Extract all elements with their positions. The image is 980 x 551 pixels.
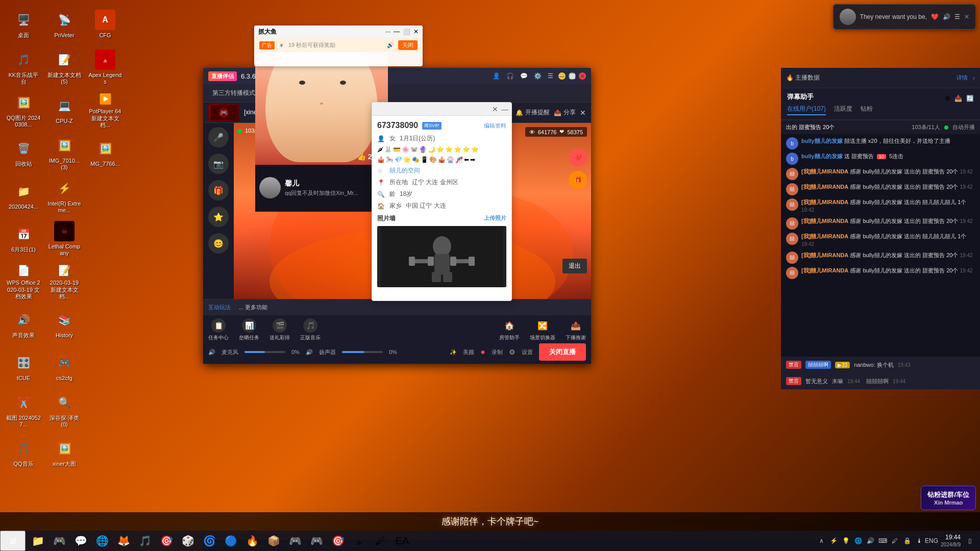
mute-icon[interactable]: 🔊 xyxy=(387,42,394,48)
taskbar-music[interactable]: 🎵 xyxy=(135,531,155,551)
reply-text[interactable]: 来嘛 xyxy=(832,378,843,385)
desktop-icon-jun3[interactable]: 📅 6月3日(1) xyxy=(4,218,43,259)
taskbar-pro[interactable]: 🖊 xyxy=(371,531,391,551)
taskbar-apex-tb[interactable]: ⟁ xyxy=(349,531,370,551)
host-data-btn[interactable]: 🔥 主播数据 xyxy=(786,73,820,82)
stream-close-btn[interactable]: ✕ xyxy=(579,72,586,80)
notif-menu-icon[interactable]: ☰ xyxy=(954,13,960,20)
stream-min-btn[interactable]: — xyxy=(558,72,566,80)
media-more-icon[interactable]: ··· xyxy=(385,28,390,35)
taskbar-file-explorer[interactable]: 📁 xyxy=(28,531,48,551)
taskbar-valorant[interactable]: 🎯 xyxy=(328,531,348,551)
desktop-icon-qq-image[interactable]: 🖼️ QQ图片 20240308... xyxy=(4,90,43,131)
taskbar-app8[interactable]: 🌀 xyxy=(199,531,219,551)
share-btn[interactable]: 📤 分享 xyxy=(554,108,576,117)
taskbar-riot[interactable]: 🎮 xyxy=(285,531,305,551)
notify-btn[interactable]: 🔔 开播提醒 xyxy=(516,108,550,117)
scene-switch-item[interactable]: 🔀 场景切换器 xyxy=(530,318,555,341)
taskbar-ea[interactable]: EA xyxy=(392,531,412,551)
desktop-icon-cfg[interactable]: A CFG xyxy=(86,4,125,45)
gift-icon[interactable]: 🎁 xyxy=(208,180,229,201)
desktop-icon-img7010[interactable]: 🖼️ IMG_7010...(3) xyxy=(45,133,84,173)
interactive-tab[interactable]: 互动玩法 xyxy=(208,304,231,311)
desktop-icon-priver[interactable]: 📡 PriVeter xyxy=(45,4,84,45)
desktop-icon-new-text2[interactable]: 📝 2020-03-19 新建文本文档... xyxy=(45,261,84,302)
show-desktop-btn[interactable]: ▯ xyxy=(965,536,975,546)
desktop-icon-xiner[interactable]: 🖼️ xiner大图 xyxy=(45,433,84,473)
task-center-item[interactable]: 📋 任务中心 xyxy=(208,318,229,341)
download-icon[interactable]: 📥 xyxy=(954,95,962,102)
upc-min-btn[interactable]: — xyxy=(501,105,508,113)
start-button[interactable]: ⊞ xyxy=(0,531,26,551)
tray-up-arrow[interactable]: ∧ xyxy=(816,536,826,546)
badge-block[interactable]: 禁言 xyxy=(786,361,801,369)
desktop-icon-history[interactable]: 📚 History xyxy=(45,304,84,345)
media-min-icon[interactable]: — xyxy=(394,28,400,35)
talent-music-item[interactable]: 🎵 正版音乐 xyxy=(300,318,321,341)
exit-btn[interactable]: 退出 xyxy=(562,259,587,273)
mic-icon[interactable]: 🎤 xyxy=(208,127,229,147)
live-gift-btn[interactable]: 🎁 xyxy=(569,171,587,189)
taskbar-fire-security[interactable]: 🔥 xyxy=(242,531,262,551)
speaker-slider[interactable] xyxy=(342,351,383,353)
daily-tasks-item[interactable]: 📊 垒晒任务 xyxy=(239,318,259,341)
notif-close-icon[interactable]: ✕ xyxy=(964,13,969,20)
taskbar-edge[interactable]: 🔵 xyxy=(220,531,241,551)
ad-close-btn[interactable]: 关闭 xyxy=(398,40,418,50)
desktop-icon-tcue[interactable]: 🎛️ tCUE xyxy=(4,347,43,388)
desktop-icon-new-text[interactable]: 📝 新建文本文档(5) xyxy=(45,47,84,88)
desktop-icon-potplayer[interactable]: ▶️ PotPlayer 64 新建文本文档... xyxy=(86,90,125,131)
refresh-icon[interactable]: 🔄 xyxy=(966,95,974,102)
desktop-icon-recycle[interactable]: 🗑️ 回收站 xyxy=(4,133,43,173)
taskbar-firefox[interactable]: 🦊 xyxy=(113,531,134,551)
rp-details-link[interactable]: 详情 xyxy=(957,74,968,82)
live-heart-btn[interactable]: ❤️ xyxy=(569,148,587,167)
desktop-icon-intel[interactable]: ⚡ Intel(R) Extreme... xyxy=(45,176,84,216)
gift-tips-item[interactable]: 🎬 送礼彩排 xyxy=(270,318,290,341)
desktop-icon-cpu-z[interactable]: 💻 CPU-Z xyxy=(45,90,84,131)
desktop-icon-desktop[interactable]: 🖥️ 桌面 xyxy=(4,4,43,45)
taskbar-steam[interactable]: 🎮 xyxy=(49,531,69,551)
desktop-icon-cs2[interactable]: 🎮 cs2cfg xyxy=(45,347,84,388)
notif-sound-icon[interactable]: 🔊 xyxy=(943,13,950,20)
desktop-icon-qq-music[interactable]: 🎵 QQ音乐 xyxy=(4,433,43,473)
upc-edit-btn[interactable]: 编辑资料 xyxy=(484,122,506,130)
settings-icon-rp[interactable]: ⚙ xyxy=(945,95,950,102)
stream-max-btn[interactable]: ⬜ xyxy=(569,72,576,80)
taskbar-browser[interactable]: 🌐 xyxy=(92,531,112,551)
upload-photo-btn[interactable]: 上传照片 xyxy=(484,214,506,223)
ban-text[interactable]: 囍囍囍啊 xyxy=(866,378,889,385)
desktop-icon-2020[interactable]: 📁 20200424... xyxy=(4,176,43,216)
camera-icon[interactable]: 📷 xyxy=(208,154,229,174)
desktop-icon-snip[interactable]: ✂️ 截图 20240527... xyxy=(4,390,43,431)
desktop-icon-sound[interactable]: 🔊 声音效果 xyxy=(4,304,43,345)
desktop-icon-kk[interactable]: 🎵 KK音乐战平台 xyxy=(4,47,43,88)
upc-close-btn[interactable]: ✕ xyxy=(492,105,498,113)
desktop-icon-wps[interactable]: 📄 WPS Office 2020-03-19 文档效果 xyxy=(4,261,43,302)
badge-block-2[interactable]: 禁言 xyxy=(786,377,801,385)
room-mgmt-item[interactable]: 🏠 房管助手 xyxy=(499,318,520,341)
star-icon[interactable]: ⭐ xyxy=(208,207,229,227)
tab-online[interactable]: 在线用户(107) xyxy=(787,105,826,115)
tab-pin[interactable]: 钻粉 xyxy=(861,105,873,115)
go-live-btn[interactable]: 关闭直播 xyxy=(539,343,586,361)
tray-icon-lang[interactable]: ENG xyxy=(926,536,937,546)
taskbar-clock[interactable]: 19:44 2024/8/9 xyxy=(941,534,961,548)
upc-space-link[interactable]: 囍儿的空间 xyxy=(389,166,420,175)
menu-icon[interactable]: ☰ xyxy=(548,72,553,80)
media-close-icon[interactable]: ✕ xyxy=(413,28,419,35)
taskbar-app10[interactable]: 📦 xyxy=(263,531,284,551)
taskbar-app6[interactable]: 🎯 xyxy=(156,531,177,551)
settings-icon[interactable]: ⚙️ xyxy=(534,72,542,80)
push-item[interactable]: 📤 下播推谢 xyxy=(566,318,586,341)
taskbar-app7[interactable]: 🎲 xyxy=(178,531,198,551)
desktop-icon-deepseek[interactable]: 🔍 深谷探·泽类(0) xyxy=(45,390,84,431)
tab-activity[interactable]: 活跃度 xyxy=(834,105,852,115)
channel-close-btn[interactable]: ✕ xyxy=(580,109,586,117)
taskbar-wegame[interactable]: 🎮 xyxy=(306,531,327,551)
mic-slider[interactable] xyxy=(244,351,285,353)
more-features-btn[interactable]: ... 更多功能 xyxy=(239,304,267,311)
taskbar-chat[interactable]: 💬 xyxy=(70,531,91,551)
comment-scroll-area[interactable]: b bully囍儿的发嫁 囍送主播 x20，囍往住美好，并送给了主播 b bul… xyxy=(781,134,980,357)
media-max-icon[interactable]: ⬜ xyxy=(403,28,410,35)
